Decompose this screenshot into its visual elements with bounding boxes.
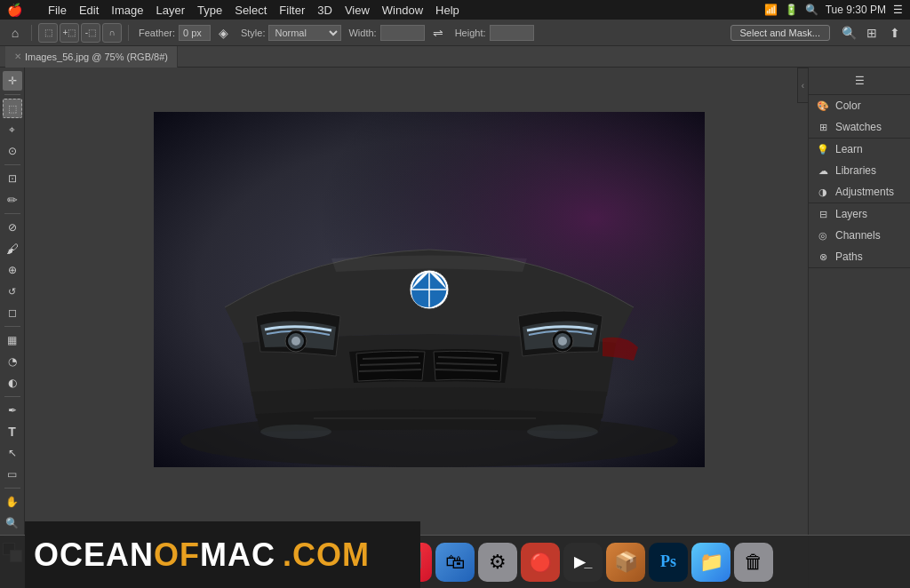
width-input[interactable] [380,25,425,41]
hand-tool[interactable]: ✋ [3,492,22,512]
tool-sep-4 [4,326,20,327]
menu-filter[interactable]: Filter [273,4,311,17]
menu-view[interactable]: View [339,4,376,17]
dodge-tool[interactable]: ◐ [3,373,22,393]
heal-tool[interactable]: ⊘ [3,218,22,237]
home-icon[interactable]: ⌂ [5,23,25,43]
blur-tool[interactable]: ◔ [3,352,22,371]
stamp-tool[interactable]: ⊕ [3,260,22,280]
marquee-tool[interactable]: ⬚ [3,99,22,118]
color-panel-item[interactable]: 🎨 Color [809,95,910,116]
menu-edit[interactable]: Edit [73,4,105,17]
swatches-panel-item[interactable]: ⊞ Swatches [809,116,910,138]
menu-help[interactable]: Help [429,4,466,17]
learn-panel-item[interactable]: 💡 Learn [809,139,910,160]
color-section: 🎨 Color ⊞ Swatches [809,95,910,139]
svg-point-14 [291,337,300,346]
document-tab[interactable]: ✕ Images_56.jpg @ 75% (RGB/8#) [5,46,178,68]
search-options-icon[interactable]: 🔍 [839,23,858,43]
libraries-label: Libraries [835,164,876,177]
swap-icon[interactable]: ⇌ [428,23,448,43]
panel-menu-icon[interactable]: ☰ [850,71,869,91]
path-select-tool[interactable]: ↖ [3,443,22,463]
tab-bar: ✕ Images_56.jpg @ 75% (RGB/8#) [0,46,910,68]
pen-tool[interactable]: ✒ [3,401,22,420]
feather-input[interactable] [179,25,211,41]
share-icon[interactable]: ⬆ [885,23,905,43]
layers-label: Layers [835,208,867,220]
height-input[interactable] [490,25,534,41]
tab-label: Images_56.jpg @ 75% (RGB/8#) [25,52,168,62]
adjustments-icon: ◑ [816,185,830,199]
tool-sep-2 [4,164,20,165]
menu-file[interactable]: File [42,4,73,17]
separator-1 [31,25,32,41]
battery-icon: 🔋 [785,4,798,16]
lasso-tool[interactable]: ⌖ [3,120,22,139]
eyedropper-tool[interactable]: ✏ [3,190,22,210]
gradient-tool[interactable]: ▦ [3,330,22,350]
time-display: Tue 9:30 PM [826,4,886,16]
intersect-selection-btn[interactable]: ∩ [102,23,122,43]
menu-image[interactable]: Image [105,4,149,17]
view-options-icon[interactable]: ⊞ [862,23,882,43]
shape-tool[interactable]: ▭ [3,465,22,484]
notification-icon[interactable]: ☰ [893,4,903,16]
watermark-ocean: OCEAN [34,536,154,574]
menubar-right: 📶 🔋 🔍 Tue 9:30 PM ☰ [764,4,903,16]
menu-3d[interactable]: 3D [311,4,339,17]
menu-window[interactable]: Window [376,4,429,17]
dock-magnet[interactable]: 🔴 [521,543,560,582]
libraries-panel-item[interactable]: ☁ Libraries [809,160,910,181]
dock-terminal[interactable]: ▶_ [563,543,603,582]
canvas-image [154,112,705,467]
selection-type-group: ⬚ +⬚ -⬚ ∩ [38,23,122,43]
color-label: Color [835,99,861,112]
dock-betterzip[interactable]: 📦 [606,543,645,582]
text-tool[interactable]: T [3,422,22,441]
panel-collapse-btn[interactable]: ‹ [797,68,808,103]
channels-panel-item[interactable]: ◎ Channels [809,225,910,246]
adjustments-label: Adjustments [835,186,894,198]
dock-settings[interactable]: ⚙ [478,543,517,582]
eraser-tool[interactable]: ◻ [3,303,22,322]
history-brush-tool[interactable]: ↺ [3,282,22,301]
menu-type[interactable]: Type [191,4,228,17]
subtract-selection-btn[interactable]: -⬚ [81,23,100,43]
apple-menu[interactable]: 🍎 [7,3,22,17]
menu-select[interactable]: Select [228,4,273,17]
swatches-label: Swatches [835,121,882,133]
style-label: Style: [241,28,266,38]
channels-icon: ◎ [816,228,830,242]
dock-photoshop[interactable]: Ps [649,543,688,582]
tab-close-icon[interactable]: ✕ [14,52,21,61]
zoom-tool[interactable]: 🔍 [3,513,22,533]
menubar: 🍎 File Edit Image Layer Type Select Filt… [0,0,910,20]
tool-sep-6 [4,488,20,489]
crop-tool[interactable]: ⊡ [3,169,22,188]
wifi-icon: 📶 [764,4,778,16]
layers-section: ⊟ Layers ◎ Channels ⊗ Paths [809,203,910,268]
select-mask-button[interactable]: Select and Mask... [730,25,831,41]
new-selection-btn[interactable]: ⬚ [38,23,58,43]
quick-select-tool[interactable]: ⊙ [3,141,22,161]
libraries-icon: ☁ [816,163,830,178]
dock-trash[interactable]: 🗑 [734,543,773,582]
watermark-mac: MAC [200,536,275,574]
add-selection-btn[interactable]: +⬚ [60,23,79,43]
dock-finder2[interactable]: 📁 [691,543,730,582]
adjustments-panel-item[interactable]: ◑ Adjustments [809,181,910,203]
menu-layer[interactable]: Layer [150,4,192,17]
panel-icons-row: ☰ [809,68,910,95]
dock-appstore[interactable]: 🛍 [435,543,475,582]
layers-icon: ⊟ [816,207,830,221]
channels-label: Channels [835,229,881,242]
style-select[interactable]: Normal Fixed Ratio Fixed Size [268,25,341,41]
brush-tool[interactable]: 🖌 [3,239,22,258]
paths-panel-item[interactable]: ⊗ Paths [809,246,910,267]
tool-sep-3 [4,213,20,214]
layers-panel-item[interactable]: ⊟ Layers [809,203,910,225]
search-menubar-icon[interactable]: 🔍 [805,4,818,16]
move-tool[interactable]: ✛ [3,71,22,91]
canvas-area[interactable]: OCEAN OF MAC .COM [25,68,808,588]
